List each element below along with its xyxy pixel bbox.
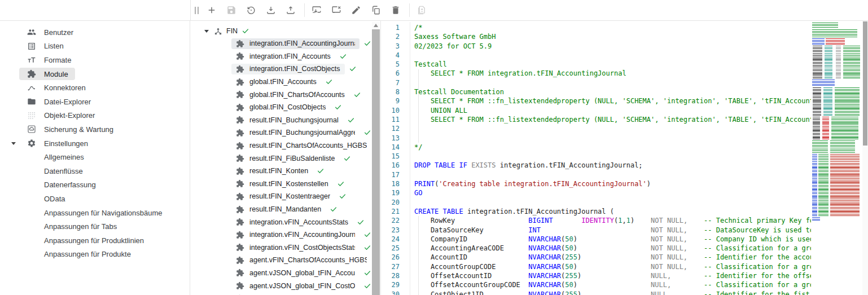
- chevron-down-icon[interactable]: [11, 142, 16, 145]
- sidebar-item-konnektoren[interactable]: Konnektoren: [0, 81, 190, 95]
- deploy-button[interactable]: [309, 3, 324, 17]
- upload-button[interactable]: [283, 3, 298, 17]
- sidebar-item-anpassungen-f-r-produkte[interactable]: Anpassungen für Produkte: [0, 248, 190, 262]
- tree-item-integration-vfin-accountsstats[interactable]: integration.vFIN_AccountsStats: [231, 215, 371, 228]
- code-line: 1/*: [381, 23, 811, 32]
- monitor-download-icon: [312, 5, 322, 15]
- delete-button[interactable]: [388, 3, 403, 17]
- pencil-icon: [351, 5, 361, 15]
- minimap-section: [811, 29, 862, 38]
- add-button[interactable]: [204, 3, 219, 17]
- tree-scrollbar[interactable]: [372, 22, 380, 295]
- chevron-down-icon[interactable]: [204, 30, 209, 33]
- code-text: RowKey BIGINT IDENTITY(1,1) NOT NULL, --…: [400, 216, 811, 225]
- tree-scrollbar-thumb[interactable]: [372, 29, 380, 295]
- tree-item-integration-vfin-costobjectsstats[interactable]: integration.vFIN_CostObjectsStats: [231, 241, 371, 254]
- code-line: 16DROP TABLE IF EXISTS integration.tFIN_…: [381, 161, 811, 170]
- sidebar: BenutzerListenFormateModuleKonnektorenDa…: [0, 21, 190, 295]
- code-text: [400, 78, 414, 87]
- puzzle-icon: [236, 116, 244, 124]
- monitor-remove-icon: [331, 5, 341, 15]
- code-line: 8Testcall Documentation: [381, 87, 811, 96]
- tree-item-integration-vfin-accountingjournalstats[interactable]: integration.vFIN_AccountingJournalStats: [231, 228, 371, 241]
- tree-item-agent-vjson-global-tfin-accounts[interactable]: agent.vJSON_global_tFIN_Accounts: [231, 267, 371, 280]
- sidebar-item-datenerfassung[interactable]: Datenerfassung: [0, 178, 190, 192]
- sidebar-item-allgemeines[interactable]: Allgemeines: [0, 150, 190, 164]
- code-text: 02/2023 for OCT 5.9: [400, 42, 492, 51]
- sql-code-editor[interactable]: 1/*2Saxess Software GmbH302/2023 for OCT…: [381, 21, 868, 295]
- sidebar-item-odata[interactable]: OData: [0, 192, 190, 206]
- code-text: DROP TABLE IF EXISTS integration.tFIN_Ac…: [400, 161, 643, 170]
- copy-button[interactable]: [369, 3, 383, 17]
- tree-item-agent-vjson-integration-tfin-accountingj[interactable]: agent.vJSON_integration_tFIN_AccountingJ: [231, 292, 371, 295]
- puzzle-icon: [236, 243, 244, 252]
- check-icon: [334, 103, 342, 111]
- tree-item-result-tfin-kostentraeger[interactable]: result.tFIN_Kostentraeger: [231, 190, 371, 203]
- tree-item-integration-tfin-accounts[interactable]: integration.tFIN_Accounts: [231, 50, 371, 63]
- sidebar-item-datei-explorer[interactable]: Datei-Explorer: [0, 95, 190, 109]
- scroll-up-icon[interactable]: [374, 24, 378, 27]
- sidebar-item-listen[interactable]: Listen: [0, 39, 190, 54]
- code-line: 21CREATE TABLE integration.tFIN_Accounti…: [381, 207, 811, 216]
- sidebar-item-einstellungen[interactable]: Einstellungen: [0, 137, 190, 151]
- code-text: CREATE TABLE integration.tFIN_Accounting…: [400, 207, 614, 216]
- sidebar-item-label: Datei-Explorer: [44, 98, 91, 106]
- check-icon: [363, 269, 371, 277]
- sidebar-item-anpassungen-f-r-produktlinien[interactable]: Anpassungen für Produktlinien: [0, 234, 190, 248]
- sidebar-item-datenfl-sse[interactable]: Datenflüsse: [0, 164, 190, 178]
- code-pane[interactable]: 1/*2Saxess Software GmbH302/2023 for OCT…: [381, 21, 811, 295]
- sidebar-item-label: Datenerfassung: [44, 180, 96, 189]
- tree-item-result-tfin-konten[interactable]: result.tFIN_Konten: [231, 165, 371, 178]
- line-number: 1: [381, 23, 400, 32]
- line-number: 7: [381, 78, 400, 87]
- plus-icon: [207, 5, 217, 15]
- tree-item-label: integration.tFIN_CostObjects: [249, 65, 340, 73]
- sidebar-item-anpassungen-f-r-navigationsb-ume[interactable]: Anpassungen für Navigationsbäume: [0, 206, 190, 220]
- line-number: 18: [381, 179, 400, 188]
- puzzle-icon: [236, 39, 244, 48]
- edit-button[interactable]: [349, 3, 363, 17]
- editor-scrollbar-thumb[interactable]: [863, 21, 867, 146]
- editor-scrollbar[interactable]: [862, 21, 868, 295]
- save-button: [224, 3, 239, 17]
- check-icon: [330, 205, 337, 213]
- undeploy-button[interactable]: [329, 3, 344, 17]
- code-line: 20: [381, 198, 811, 207]
- code-text: /*: [400, 23, 422, 32]
- tree-item-global-tfin-chartsofaccounts[interactable]: global.tFIN_ChartsOfAccounts: [231, 88, 371, 101]
- sidebar-item-label: Objekt-Explorer: [44, 111, 95, 120]
- sidebar-item-formate[interactable]: Formate: [0, 53, 190, 67]
- code-text: [400, 152, 414, 161]
- code-text: CostObject1ID NVARCHAR(255) NULL, -- Ide…: [400, 290, 811, 295]
- sidebar-item-benutzer[interactable]: Benutzer: [0, 25, 190, 39]
- tree-item-result-tfin-buchungsjournal[interactable]: result.tFIN_Buchungsjournal: [231, 114, 371, 127]
- sidebar-item-module[interactable]: Module: [0, 67, 190, 81]
- tree-item-result-tfin-chartsofaccounts-hgbstructure[interactable]: result.tFIN_ChartsOfAccounts_HGBStructur…: [231, 139, 371, 152]
- code-line: 18PRINT('Creating table integration.tFIN…: [381, 179, 811, 188]
- code-text: AccountGroupCODE NVARCHAR(50) NOT NULL, …: [400, 262, 811, 271]
- tree-item-integration-tfin-costobjects[interactable]: integration.tFIN_CostObjects: [231, 63, 371, 76]
- main-area: BenutzerListenFormateModuleKonnektorenDa…: [0, 21, 868, 295]
- tree-item-agent-vjson-global-tfin-costobjects[interactable]: agent.vJSON_global_tFIN_CostObjects: [231, 279, 371, 292]
- toolbar-separator: [304, 3, 305, 17]
- tree-item-integration-tfin-accountingjournal[interactable]: integration.tFIN_AccountingJournal: [231, 37, 371, 50]
- sidebar-item-anpassungen-f-r-tabs[interactable]: Anpassungen für Tabs: [0, 219, 190, 234]
- tree-item-result-tfin-fibusaldenliste[interactable]: result.tFIN_FiBuSaldenliste: [231, 152, 371, 165]
- tree-item-result-tfin-mandanten[interactable]: result.tFIN_Mandanten: [231, 203, 371, 216]
- puzzle-icon: [236, 192, 244, 201]
- tree-item-global-tfin-accounts[interactable]: global.tFIN_Accounts: [231, 76, 371, 89]
- tree-item-global-tfin-costobjects[interactable]: global.tFIN_CostObjects: [231, 101, 371, 114]
- restore-button[interactable]: [244, 3, 258, 17]
- sidebar-item-objekt-explorer[interactable]: Objekt-Explorer: [0, 109, 190, 123]
- tree-item-result-tfin-buchungsjournalaggregated[interactable]: result.tFIN_BuchungsjournalAggregated: [231, 126, 371, 139]
- panel-drag-handle[interactable]: [195, 7, 199, 14]
- sidebar-item-label: Anpassungen für Navigationsbäume: [44, 209, 163, 217]
- sidebar-item-sicherung-wartung[interactable]: Sicherung & Wartung: [0, 122, 190, 137]
- tree-item-agent-vfin-chartsofaccounts-hgbstructur[interactable]: agent.vFIN_ChartsOfAccounts_HGBStructur: [231, 254, 371, 267]
- download-button[interactable]: [264, 3, 278, 17]
- tree-item-result-tfin-kostenstellen[interactable]: result.tFIN_Kostenstellen: [231, 178, 371, 191]
- code-line: 22 RowKey BIGINT IDENTITY(1,1) NOT NULL,…: [381, 216, 811, 225]
- minimap[interactable]: [811, 22, 862, 223]
- line-number: 22: [381, 216, 400, 225]
- tree-root-fin[interactable]: FIN: [190, 25, 371, 37]
